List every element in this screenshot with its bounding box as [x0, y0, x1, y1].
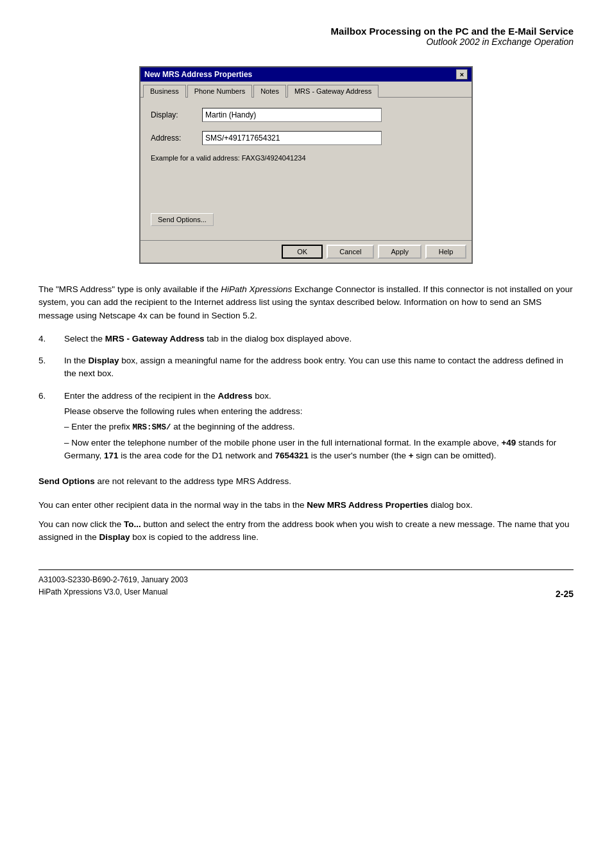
tab-mrs-gateway-address[interactable]: MRS - Gateway Address — [287, 85, 378, 98]
header-subtitle: Outlook 2002 in Exchange Operation — [38, 37, 574, 47]
page-footer: A31003-S2330-B690-2-7619, January 2003 H… — [38, 569, 574, 598]
intro-paragraph: The "MRS Address" type is only available… — [38, 283, 574, 322]
tab-business[interactable]: Business — [143, 85, 186, 98]
header-title: Mailbox Processing on the PC and the E-M… — [38, 26, 574, 37]
cancel-button[interactable]: Cancel — [327, 245, 374, 259]
display-label: Display: — [151, 110, 202, 119]
dialog-tabs: Business Phone Numbers Notes MRS - Gatew… — [140, 82, 472, 98]
step-5: 5. In the Display box, assign a meaningf… — [38, 354, 574, 381]
footer-doc-id: A31003-S2330-B690-2-7619, January 2003 — [38, 574, 188, 586]
page-header: Mailbox Processing on the PC and the E-M… — [38, 26, 574, 47]
send-options-section: Send Options... — [151, 213, 461, 226]
step-6: 6. Enter the address of the recipient in… — [38, 390, 574, 465]
dialog-titlebar: New MRS Address Properties × — [140, 67, 472, 82]
display-field-row: Display: — [151, 108, 461, 122]
dialog-close-button[interactable]: × — [456, 69, 468, 80]
address-input[interactable] — [202, 131, 382, 145]
footer-left: A31003-S2330-B690-2-7619, January 2003 H… — [38, 574, 188, 598]
display-input[interactable] — [202, 108, 382, 122]
address-label: Address: — [151, 134, 202, 143]
send-options-button[interactable]: Send Options... — [151, 213, 214, 226]
dialog-box: New MRS Address Properties × Business Ph… — [139, 66, 473, 264]
apply-button[interactable]: Apply — [378, 245, 421, 259]
footer-product: HiPath Xpressions V3.0, User Manual — [38, 586, 188, 598]
dialog-footer: OK Cancel Apply Help — [140, 240, 472, 263]
steps-list: 4. Select the MRS - Gateway Address tab … — [38, 333, 574, 465]
help-button[interactable]: Help — [425, 245, 466, 259]
footer-page-number: 2-25 — [556, 589, 574, 599]
tab-phone-numbers[interactable]: Phone Numbers — [187, 85, 253, 98]
address-field-row: Address: — [151, 131, 461, 145]
tab-notes[interactable]: Notes — [253, 85, 286, 98]
dialog-title: New MRS Address Properties — [144, 70, 252, 79]
closing-para-2: You can now click the To... button and s… — [38, 518, 574, 544]
step-4: 4. Select the MRS - Gateway Address tab … — [38, 333, 574, 345]
example-text: Example for a valid address: FAXG3/49240… — [151, 154, 461, 162]
dialog-content: Display: Address: Example for a valid ad… — [140, 98, 472, 240]
closing-para-1: You can enter other recipient data in th… — [38, 499, 574, 512]
send-options-note: Send Options are not relevant to the add… — [38, 475, 574, 488]
ok-button[interactable]: OK — [282, 245, 323, 259]
